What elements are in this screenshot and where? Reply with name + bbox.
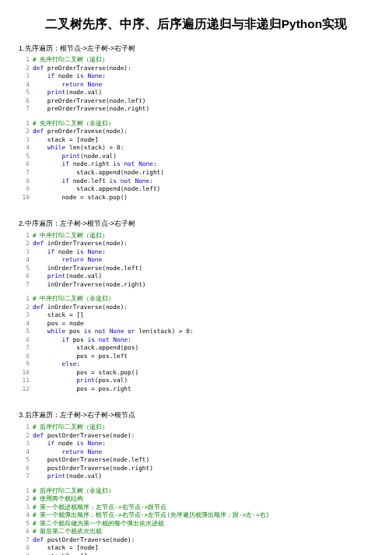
code-inorder-recursive: 1# 中序打印二叉树（递归） 2def inOrderTraverse(node…: [19, 232, 373, 290]
code-preorder-recursive: 1# 先序打印二叉树（递归） 2def preOrderTraverse(nod…: [19, 56, 373, 114]
page-title: 二叉树先序、中序、后序遍历递归与非递归Python实现: [19, 16, 373, 33]
code-preorder-iterative: 1# 先序打印二叉树（非递归） 2def preOrderTravese(nod…: [19, 120, 373, 202]
section-2-label: 2.中序遍历：左子树->根节点->右子树: [19, 219, 373, 229]
section-3-label: 3.后序遍历：左子树->右子树->根节点: [19, 410, 373, 420]
code-postorder-recursive: 1# 后序打印二叉树（递归） 2def postOrderTraverse(no…: [19, 423, 373, 481]
code-inorder-iterative: 1# 中序打印二叉树（非递归） 2def inOrderTraverse(nod…: [19, 295, 373, 393]
code-postorder-iterative: 1# 后序打印二叉树（非递归） 2# 使用两个栈结构 3# 第一个栈进栈顺序：左…: [19, 487, 373, 555]
section-1-label: 1.先序遍历：根节点->左子树->右子树: [19, 44, 373, 54]
